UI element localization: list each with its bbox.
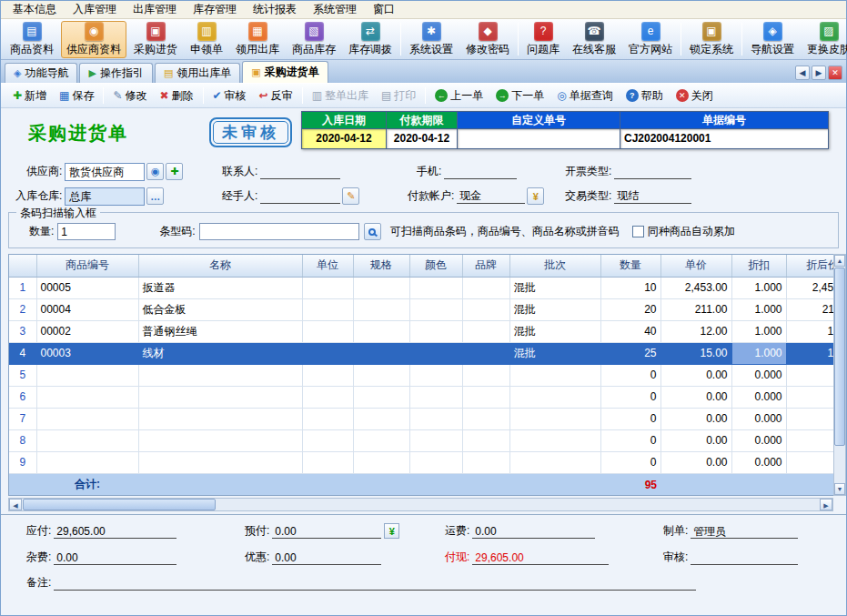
column-header[interactable]: 折后价: [786, 255, 833, 277]
table-row[interactable]: 200004低合金板混批20211.001.000211.00: [9, 298, 833, 320]
vertical-scroll-track[interactable]: [834, 447, 845, 483]
warehouse-browse-button[interactable]: …: [146, 187, 164, 205]
question-bank-button[interactable]: ?问题库: [521, 21, 565, 58]
handler-pick-button[interactable]: ✎: [342, 187, 359, 205]
prev-button[interactable]: ←上一单: [429, 86, 489, 106]
tab-issue-out-form[interactable]: ▤领用出库单: [155, 63, 240, 83]
unaudit-button[interactable]: ↩反审: [253, 86, 299, 106]
doc-no-value[interactable]: CJ202004120001: [620, 128, 828, 148]
change-password-button[interactable]: ◆修改密码: [460, 21, 515, 58]
tab-purchase-in-form[interactable]: ▣采购进货单: [242, 61, 328, 83]
table-row[interactable]: 400003线材混批2515.001.00015.00: [9, 342, 833, 364]
horizontal-scroll-thumb[interactable]: [23, 499, 216, 510]
custom-no-value[interactable]: [458, 128, 620, 148]
stock-transfer-button[interactable]: ⇄库存调拨: [343, 21, 398, 58]
supplier-lookup-button[interactable]: ◉: [146, 163, 164, 180]
barcode-search-button[interactable]: [364, 223, 381, 240]
audit-button[interactable]: ✔审核: [207, 86, 253, 106]
scroll-left-button[interactable]: ◀: [9, 499, 22, 510]
handler-field[interactable]: [260, 188, 340, 204]
table-row[interactable]: 600.000.0000.00: [9, 386, 833, 408]
modify-button[interactable]: ✎修改: [106, 86, 153, 106]
horizontal-scroll-track[interactable]: [217, 499, 820, 510]
horizontal-scrollbar[interactable]: ◀ ▶: [8, 498, 833, 511]
table-row[interactable]: 700.000.0000.00: [9, 408, 833, 429]
next-button[interactable]: →下一单: [489, 86, 550, 106]
help-button[interactable]: ?帮助: [620, 86, 670, 106]
misc-fee-value[interactable]: 0.00: [54, 550, 176, 565]
column-header[interactable]: 折扣: [731, 255, 786, 277]
freight-value[interactable]: 0.00: [472, 524, 595, 539]
tab-close-button[interactable]: ✕: [828, 66, 842, 80]
menu-item[interactable]: 系统管理: [305, 0, 365, 19]
new-button[interactable]: ✚新增: [6, 86, 53, 106]
prepaid-pick-button[interactable]: ¥: [384, 523, 399, 539]
tab-scroll-right-button[interactable]: ▶: [812, 66, 826, 80]
supplier-field[interactable]: 散货供应商: [65, 163, 145, 181]
tab-function-nav[interactable]: ◈功能导航: [5, 63, 77, 83]
query-button[interactable]: ◎单据查询: [550, 86, 619, 106]
table-row[interactable]: 900.000.0000.00: [9, 451, 833, 473]
close-button[interactable]: ✕关闭: [670, 86, 720, 106]
barcode-input[interactable]: [199, 223, 359, 240]
nav-settings-button[interactable]: ◈导航设置: [745, 21, 800, 58]
remark-value[interactable]: [54, 576, 696, 591]
menu-item[interactable]: 窗口: [365, 0, 403, 19]
column-header[interactable]: 批次: [509, 255, 600, 277]
pay-account-dropdown-button[interactable]: ¥: [527, 187, 544, 205]
menu-item[interactable]: 基本信息: [5, 0, 65, 19]
add-supplier-button[interactable]: ✚: [166, 163, 183, 180]
qty-input[interactable]: [57, 223, 116, 240]
warehouse-field[interactable]: 总库: [65, 187, 145, 206]
table-row[interactable]: 800.000.0000.00: [9, 429, 833, 451]
column-header[interactable]: [9, 255, 36, 277]
official-site-button[interactable]: e官方网站: [623, 21, 678, 58]
scroll-right-button[interactable]: ▶: [820, 499, 832, 510]
tab-operation-guide[interactable]: ▶操作指引: [79, 63, 152, 83]
supplier-info-button[interactable]: ◉供应商资料: [61, 21, 126, 58]
column-header[interactable]: 颜色: [409, 255, 462, 277]
pay-account-field[interactable]: 现金: [457, 188, 525, 204]
table-row[interactable]: 100005扳道器混批102,453.001.0002,453.00: [9, 277, 833, 298]
mobile-field[interactable]: [444, 164, 517, 179]
change-skin-button[interactable]: ▨更换皮肤: [802, 21, 847, 58]
prepaid-value[interactable]: 0.00: [272, 524, 381, 539]
tab-scroll-left-button[interactable]: ◀: [795, 66, 810, 80]
menu-item[interactable]: 统计报表: [245, 0, 305, 19]
column-header[interactable]: 品牌: [462, 255, 509, 277]
vertical-scroll-thumb[interactable]: [834, 268, 845, 446]
system-settings-button[interactable]: ✱系统设置: [404, 21, 459, 58]
request-form-button[interactable]: ▥申领单: [185, 21, 228, 58]
contact-field[interactable]: [260, 164, 340, 179]
column-header[interactable]: 商品编号: [36, 255, 138, 277]
column-header[interactable]: 单价: [660, 255, 731, 277]
trade-type-field[interactable]: 现结: [614, 188, 691, 204]
discount-value[interactable]: 0.00: [272, 550, 381, 565]
column-header[interactable]: 数量: [600, 255, 660, 277]
column-header[interactable]: 名称: [138, 255, 302, 277]
lock-system-button[interactable]: ▣锁定系统: [684, 21, 739, 58]
purchase-in-button[interactable]: ▣采购进货: [128, 21, 183, 58]
online-service-button[interactable]: ☎在线客服: [567, 21, 621, 58]
in-date-value[interactable]: 2020-04-12: [302, 128, 386, 148]
goods-stock-button[interactable]: ▧商品库存: [287, 21, 341, 58]
table-row[interactable]: 500.000.0000.00: [9, 364, 833, 386]
payable-value[interactable]: 29,605.00: [54, 524, 176, 539]
menu-item[interactable]: 出库管理: [125, 0, 185, 19]
column-header[interactable]: 单位: [302, 255, 353, 277]
menu-item[interactable]: 入库管理: [65, 0, 125, 19]
pay-deadline-value[interactable]: 2020-04-12: [387, 128, 457, 148]
column-header[interactable]: 规格: [353, 255, 409, 277]
table-row[interactable]: 300002普通钢丝绳混批4012.001.00012.00: [9, 320, 833, 342]
scroll-down-button[interactable]: ▼: [834, 483, 845, 495]
auto-accumulate-checkbox[interactable]: [632, 226, 644, 237]
invoice-type-field[interactable]: [614, 164, 691, 179]
menu-item[interactable]: 库存管理: [185, 0, 245, 19]
save-button[interactable]: ▦保存: [53, 86, 100, 106]
print-button[interactable]: ▤打印: [375, 86, 422, 106]
whole-out-button[interactable]: ▥整单出库: [306, 86, 375, 106]
vertical-scrollbar[interactable]: ▲ ▼: [833, 254, 846, 496]
delete-button[interactable]: ✖删除: [153, 86, 199, 106]
goods-info-button[interactable]: ▤商品资料: [5, 21, 59, 58]
scroll-up-button[interactable]: ▲: [834, 255, 845, 267]
